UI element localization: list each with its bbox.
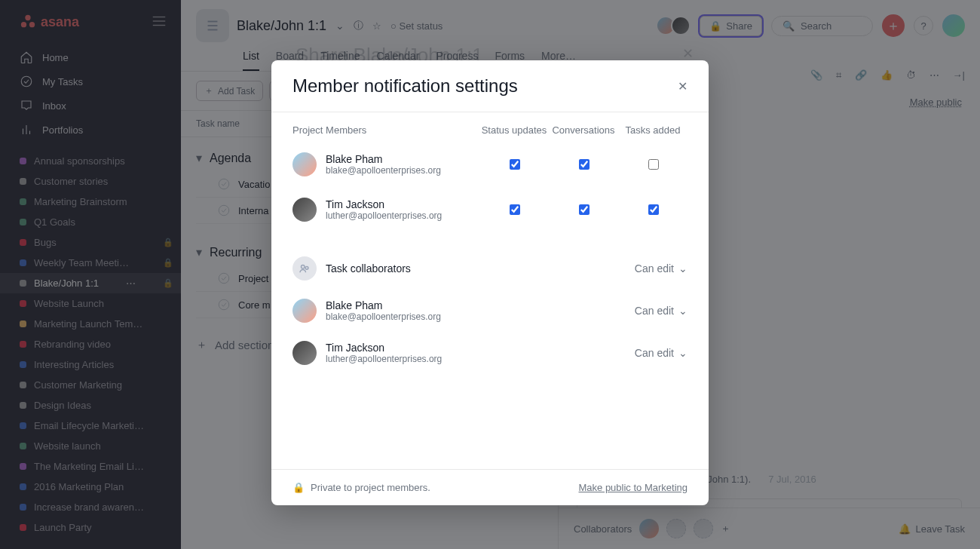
notification-checkbox[interactable]: [618, 146, 688, 182]
share-member-row: Task collaboratorsCan edit ⌄: [292, 247, 688, 290]
privacy-indicator: 🔒 Private to project members.: [292, 482, 430, 493]
modal-title: Member notification settings: [292, 75, 518, 97]
share-member-row: Blake Phamblake@apolloenterprises.orgCan…: [292, 290, 688, 332]
avatar: [292, 198, 317, 222]
share-member-row: Tim Jacksonluther@apolloenterprises.orgC…: [292, 332, 688, 374]
avatar: [292, 299, 317, 323]
avatar: [292, 341, 317, 365]
group-icon: [292, 256, 317, 281]
member-row: Blake Phamblake@apolloenterprises.org: [292, 142, 479, 187]
notification-checkbox[interactable]: [479, 192, 549, 228]
notification-checkbox[interactable]: [618, 192, 688, 228]
chevron-down-icon: ⌄: [678, 262, 688, 274]
permission-dropdown[interactable]: Can edit ⌄: [635, 347, 688, 359]
notification-settings-modal: Member notification settings ✕ Project M…: [271, 60, 709, 505]
column-header: Tasks added: [618, 124, 688, 142]
notification-checkbox[interactable]: [479, 146, 549, 182]
close-icon: ✕: [682, 45, 694, 62]
permission-dropdown[interactable]: Can edit ⌄: [635, 305, 688, 317]
svg-point-17: [302, 265, 305, 269]
column-header: Status updates: [479, 124, 549, 142]
make-public-link[interactable]: Make public to Marketing: [578, 482, 688, 493]
chevron-down-icon: ⌄: [678, 305, 688, 317]
avatar: [292, 152, 317, 176]
close-icon[interactable]: ✕: [678, 79, 688, 94]
chevron-down-icon: ⌄: [678, 347, 688, 359]
notification-checkbox[interactable]: [549, 192, 618, 228]
column-header: Project Members: [292, 124, 479, 142]
svg-point-18: [305, 266, 308, 269]
member-row: Tim Jacksonluther@apolloenterprises.org: [292, 187, 479, 232]
permission-dropdown[interactable]: Can edit ⌄: [635, 262, 688, 274]
notification-checkbox[interactable]: [549, 146, 618, 182]
lock-icon: 🔒: [292, 482, 305, 493]
column-header: Conversations: [549, 124, 618, 142]
